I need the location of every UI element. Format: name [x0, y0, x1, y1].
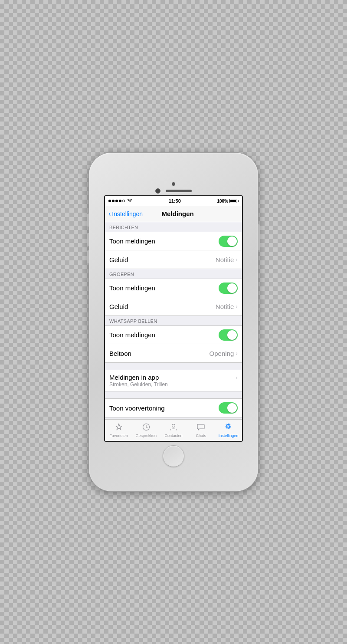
signal-dot-1: [108, 200, 111, 202]
star-icon: [115, 423, 123, 433]
status-left: [108, 198, 132, 204]
row-label: Toon voorvertoning: [109, 404, 219, 412]
row-groepen-geluid[interactable]: Geluid Notitie ›: [105, 297, 242, 315]
clock-icon: [142, 423, 151, 433]
section-header-groepen: GROEPEN: [105, 269, 242, 279]
front-camera: [172, 182, 175, 186]
tab-label-favorieten: Favorieten: [109, 434, 128, 438]
toggle-knob: [227, 237, 237, 246]
phone-top: [89, 177, 258, 194]
row-berichten-geluid[interactable]: Geluid Notitie ›: [105, 250, 242, 269]
row-label: Beltoon: [109, 350, 210, 357]
chevron-right-icon: ›: [236, 303, 238, 310]
spacer-1: [105, 363, 242, 370]
battery-body: [229, 199, 237, 203]
signal-dots: [108, 200, 125, 202]
tab-contacten[interactable]: Contacten: [160, 420, 187, 441]
row-label: Toon meldingen: [109, 237, 219, 245]
section-header-berichten: BERICHTEN: [105, 222, 242, 232]
battery-fill: [230, 200, 236, 202]
row-bellen-toon: Toon meldingen: [105, 326, 242, 344]
back-chevron-icon: ‹: [108, 210, 111, 218]
back-button[interactable]: ‹ Instellingen: [108, 210, 143, 218]
row-sublabel: Stroken, Geluiden, Trillen: [109, 381, 168, 388]
person-icon: [169, 423, 178, 433]
page-title: Meldingen: [143, 210, 213, 217]
chevron-right-icon: ›: [236, 256, 238, 263]
speaker-area: [155, 188, 192, 194]
row-inapp[interactable]: Meldingen in app › Stroken, Geluiden, Tr…: [105, 370, 242, 391]
settings-group-preview: Toon voorvertoning: [105, 398, 242, 417]
toggle-berichten-toon[interactable]: [219, 236, 238, 247]
tab-label-instellingen: Instellingen: [219, 434, 239, 438]
row-label: Toon meldingen: [109, 331, 219, 338]
toggle-groepen-toon[interactable]: [219, 283, 238, 294]
settings-group-berichten: Toon meldingen Geluid Notitie ›: [105, 232, 242, 269]
row-beltoon[interactable]: Beltoon Opening ›: [105, 344, 242, 362]
toggle-bellen-toon[interactable]: [219, 329, 238, 341]
chevron-right-icon: ›: [236, 374, 238, 381]
chevron-right-icon: ›: [236, 350, 238, 357]
settings-content: BERICHTEN Toon meldingen Geluid Notitie …: [105, 222, 242, 419]
nav-bar: ‹ Instellingen Meldingen: [105, 206, 242, 222]
toggle-knob: [227, 283, 237, 293]
signal-dot-5: [122, 200, 125, 202]
row-berichten-toon: Toon meldingen: [105, 232, 242, 250]
row-groepen-toon: Toon meldingen: [105, 279, 242, 297]
status-time: 11:50: [169, 198, 181, 204]
tab-label-chats: Chats: [196, 434, 206, 438]
row-label: Toon meldingen: [109, 284, 219, 292]
settings-group-bellen: Toon meldingen Beltoon Opening ›: [105, 325, 242, 363]
row-value: Notitie: [216, 256, 234, 263]
tab-instellingen[interactable]: Instellingen: [215, 420, 242, 441]
speaker-dot: [155, 188, 160, 194]
tab-label-gesprekken: Gesprekken: [136, 434, 157, 438]
phone-device: 11:50 100% ‹ Instellingen Meldingen: [89, 153, 258, 491]
svg-point-1: [172, 424, 175, 427]
signal-dot-2: [112, 200, 115, 202]
signal-dot-4: [119, 200, 121, 202]
settings-group-groepen: Toon meldingen Geluid Notitie ›: [105, 279, 242, 316]
signal-dot-3: [115, 200, 118, 202]
battery-percentage: 100%: [217, 199, 228, 204]
speaker-bar: [166, 190, 192, 192]
status-right: 100%: [217, 199, 239, 204]
toggle-knob: [227, 403, 237, 413]
row-label: Geluid: [109, 303, 216, 310]
gear-icon: [224, 423, 232, 433]
row-label: Geluid: [109, 256, 216, 263]
home-button[interactable]: [163, 445, 184, 467]
section-header-bellen: WHATSAPP BELLEN: [105, 316, 242, 325]
tab-chats[interactable]: Chats: [187, 420, 215, 441]
status-bar: 11:50 100%: [105, 196, 242, 206]
tab-favorieten[interactable]: Favorieten: [105, 420, 132, 441]
wifi-icon: [127, 198, 132, 204]
chat-icon: [196, 423, 205, 433]
row-value: Opening: [210, 350, 234, 357]
row-value: Notitie: [216, 303, 234, 310]
battery-icon: [229, 199, 239, 203]
row-label: Meldingen in app: [109, 374, 236, 381]
toggle-preview[interactable]: [219, 402, 238, 414]
tab-label-contacten: Contacten: [164, 434, 182, 438]
back-label: Instellingen: [112, 210, 143, 217]
row-preview: Toon voorvertoning: [105, 399, 242, 417]
tab-bar: Favorieten Gesprekken: [105, 419, 242, 441]
settings-group-inapp: Meldingen in app › Stroken, Geluiden, Tr…: [105, 370, 242, 391]
tab-gesprekken[interactable]: Gesprekken: [132, 420, 160, 441]
toggle-knob: [227, 330, 237, 340]
phone-screen: 11:50 100% ‹ Instellingen Meldingen: [104, 195, 243, 442]
spacer-2: [105, 391, 242, 398]
battery-tip: [238, 200, 239, 202]
row-multiline-content: Meldingen in app ›: [109, 374, 238, 381]
